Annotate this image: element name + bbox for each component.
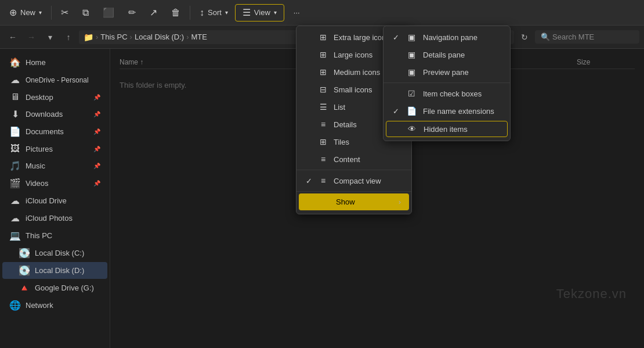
details-pane-icon: ▣ — [406, 50, 417, 59]
view-label: View — [254, 8, 270, 17]
icloud-photos-icon: ☁ — [9, 213, 21, 224]
submenu-label-file-extensions: File name extensions — [423, 107, 494, 116]
sep-2 — [190, 6, 190, 20]
submenu-item-item-checkboxes[interactable]: ☑ Item check boxes — [383, 85, 510, 102]
sidebar-label-local-d: Local Disk (D:) — [35, 266, 84, 275]
videos-pin-icon: 📌 — [93, 180, 100, 186]
sidebar-item-network[interactable]: 🌐 Network — [2, 297, 107, 314]
google-drive-icon: 🔺 — [19, 282, 30, 293]
cut-icon: ✂ — [61, 8, 68, 17]
copy-icon: ⧉ — [82, 8, 89, 17]
submenu-item-nav-pane[interactable]: ✓ ▣ Navigation pane — [383, 28, 510, 46]
menu-label-compact: Compact view — [334, 177, 381, 185]
sidebar-item-music[interactable]: 🎵 Music 📌 — [2, 157, 107, 174]
sidebar-item-home[interactable]: 🏠 Home — [2, 54, 107, 71]
extra-large-icon: ⊞ — [319, 33, 328, 42]
sidebar-item-local-c[interactable]: 💽 Local Disk (C:) — [2, 245, 107, 261]
breadcrumb-this-pc[interactable]: This PC — [100, 33, 127, 41]
sidebar-label-this-pc: This PC — [26, 231, 52, 240]
menu-item-compact[interactable]: ✓ ≡ Compact view — [296, 172, 411, 189]
sidebar-item-google-drive[interactable]: 🔺 Google Drive (G:) — [2, 279, 107, 296]
sidebar-label-videos: Videos — [26, 179, 49, 188]
sidebar-item-documents[interactable]: 📄 Documents 📌 — [2, 123, 107, 140]
onedrive-icon: ☁ — [9, 74, 21, 85]
sidebar-item-icloud-photos[interactable]: ☁ iCloud Photos — [2, 210, 107, 227]
submenu-label-item-checkboxes: Item check boxes — [423, 89, 482, 98]
search-placeholder: Search MTE — [552, 33, 594, 41]
list-icon: ☰ — [319, 102, 328, 112]
sidebar-label-network: Network — [26, 301, 53, 310]
more-icon: ··· — [294, 8, 300, 17]
sidebar-item-icloud-drive[interactable]: ☁ iCloud Drive — [2, 192, 107, 209]
submenu-item-preview-pane[interactable]: ▣ Preview pane — [383, 63, 510, 81]
cut-button[interactable]: ✂ — [54, 5, 75, 21]
refresh-button[interactable]: ↻ — [516, 29, 533, 45]
submenu-item-hidden-items[interactable]: 👁 Hidden items — [386, 121, 508, 137]
recent-icon: ▾ — [48, 33, 52, 42]
sort-button[interactable]: ↕ Sort ▾ — [193, 5, 235, 21]
menu-item-show[interactable]: Show › — [299, 193, 409, 210]
preview-pane-icon: ▣ — [406, 67, 417, 77]
rename-button[interactable]: ✏ — [121, 5, 143, 21]
menu-sep-1 — [296, 170, 411, 170]
local-d-icon: 💽 — [19, 265, 30, 276]
submenu-label-hidden-items: Hidden items — [424, 125, 468, 134]
pictures-pin-icon: 📌 — [93, 146, 100, 152]
submenu-label-details-pane: Details pane — [423, 51, 465, 59]
sidebar-item-this-pc[interactable]: 💻 This PC — [2, 227, 107, 244]
share-icon: ↗ — [150, 8, 157, 17]
sidebar-label-home: Home — [26, 58, 46, 67]
search-box[interactable]: 🔍 Search MTE — [535, 30, 639, 44]
paste-button[interactable]: ⬛ — [96, 5, 121, 21]
home-icon: 🏠 — [9, 57, 21, 68]
submenu-item-file-extensions[interactable]: ✓ 📄 File name extensions — [383, 102, 510, 120]
forward-button[interactable]: → — [23, 29, 39, 45]
more-button[interactable]: ··· — [287, 5, 307, 20]
delete-icon: 🗑 — [171, 8, 180, 17]
downloads-pin-icon: 📌 — [93, 111, 100, 117]
hidden-items-icon: 👁 — [406, 124, 418, 134]
sidebar-item-desktop[interactable]: 🖥 Desktop 📌 — [2, 89, 107, 105]
menu-label-content: Content — [334, 155, 360, 164]
breadcrumb-local-disk[interactable]: Local Disk (D:) — [135, 33, 184, 41]
menu-label-show: Show — [336, 198, 355, 206]
music-pin-icon: 📌 — [93, 163, 100, 169]
view-button[interactable]: ☰ View ▾ — [235, 4, 284, 21]
search-icon: 🔍 — [541, 33, 550, 41]
documents-pin-icon: 📌 — [93, 128, 100, 135]
sidebar-item-pictures[interactable]: 🖼 Pictures 📌 — [2, 141, 107, 157]
sidebar-item-videos[interactable]: 🎬 Videos 📌 — [2, 175, 107, 192]
check-nav-pane: ✓ — [392, 33, 400, 42]
sort-chevron-icon: ▾ — [225, 9, 228, 16]
menu-item-content[interactable]: ≡ Content — [296, 150, 411, 168]
up-button[interactable]: ↑ — [60, 29, 77, 45]
sidebar-item-downloads[interactable]: ⬇ Downloads 📌 — [2, 106, 107, 123]
view-icon: ☰ — [243, 8, 251, 17]
menu-sep-2 — [296, 191, 411, 192]
delete-button[interactable]: 🗑 — [164, 5, 187, 21]
item-checkboxes-icon: ☑ — [406, 89, 417, 98]
copy-button[interactable]: ⧉ — [75, 5, 96, 21]
sidebar-item-onedrive[interactable]: ☁ OneDrive - Personal — [2, 71, 107, 88]
menu-label-small: Small icons — [334, 85, 372, 94]
desktop-icon: 🖥 — [9, 92, 21, 102]
icloud-drive-icon: ☁ — [9, 195, 21, 206]
new-label: New — [20, 8, 35, 17]
submenu-label-nav-pane: Navigation pane — [423, 33, 477, 42]
sidebar-item-local-d[interactable]: 💽 Local Disk (D:) — [2, 262, 107, 279]
sidebar: 🏠 Home ☁ OneDrive - Personal 🖥 Desktop 📌… — [0, 49, 110, 348]
back-icon: ← — [9, 33, 17, 42]
back-button[interactable]: ← — [5, 29, 21, 45]
rename-icon: ✏ — [128, 8, 136, 17]
view-chevron-icon: ▾ — [274, 9, 277, 16]
submenu-item-details-pane[interactable]: ▣ Details pane — [383, 46, 510, 63]
sort-icon: ↕ — [200, 8, 204, 17]
new-chevron-icon: ▾ — [39, 9, 42, 16]
sort-label: Sort — [208, 8, 222, 17]
menu-label-list: List — [334, 103, 345, 112]
new-button[interactable]: ⊕ New ▾ — [2, 5, 49, 21]
recent-button[interactable]: ▾ — [42, 29, 58, 45]
sidebar-label-onedrive: OneDrive - Personal — [26, 76, 89, 84]
share-button[interactable]: ↗ — [143, 5, 164, 21]
breadcrumb-mte[interactable]: MTE — [191, 33, 207, 41]
